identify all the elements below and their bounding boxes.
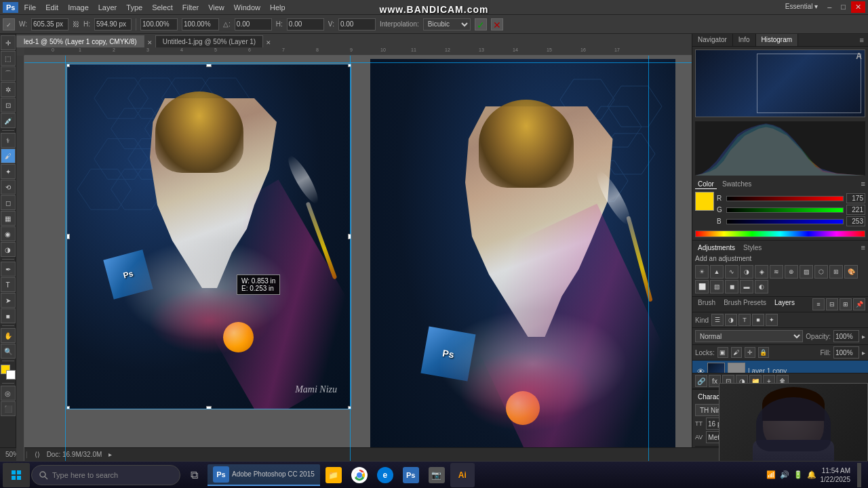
adj-levels[interactable]: ▲	[710, 265, 724, 279]
adj-curves[interactable]: ∿	[725, 265, 738, 279]
transform-checkbox[interactable]: ✓	[3, 18, 15, 30]
color-panel-menu[interactable]: ≡	[861, 180, 865, 189]
layers-panel-pin[interactable]: 📌	[853, 298, 865, 310]
tab-info[interactable]: Info	[733, 34, 756, 46]
link-icon[interactable]: ⛓	[73, 20, 79, 28]
menu-edit[interactable]: Edit	[41, 2, 62, 13]
canvas-tab-2[interactable]: Untitled-1.jpg @ 50% (Layer 1)	[155, 35, 263, 47]
lasso-tool[interactable]: ⌒	[1, 66, 16, 81]
task-view-btn[interactable]: ⧉	[182, 463, 206, 487]
kind-smart-filter[interactable]: ✦	[766, 314, 778, 326]
adj-colorlookup[interactable]: 🎨	[844, 265, 858, 279]
tab-layers[interactable]: Layers	[772, 298, 797, 310]
dodge-tool[interactable]: ◑	[1, 242, 16, 257]
transform-tr[interactable]	[348, 64, 351, 67]
layer-visibility-1-copy[interactable]: 👁	[695, 366, 706, 373]
clone-tool[interactable]: ✦	[1, 164, 16, 179]
width-input[interactable]	[31, 18, 68, 30]
type-tool[interactable]: T	[1, 277, 16, 292]
network-icon[interactable]: 📶	[766, 470, 776, 479]
layer-item-1-copy[interactable]: 👁 Layer 1 copy	[692, 361, 868, 373]
g-slider[interactable]	[726, 207, 844, 213]
color-swatch-fg[interactable]	[695, 192, 714, 211]
zoom-tool[interactable]: 🔍	[1, 344, 16, 359]
taskbar-search-bar[interactable]: Type here to search	[31, 465, 180, 485]
screen-mode-btn[interactable]: ⬛	[1, 401, 16, 416]
adj-gradient-map[interactable]: ▬	[740, 280, 753, 293]
ps-taskbar-item[interactable]: Ps Adobe Photoshop CC 2015	[208, 464, 320, 486]
ps-shortcut-icon[interactable]: Ps	[399, 463, 423, 487]
kind-adjust-filter[interactable]: ◑	[725, 314, 737, 326]
adj-channelmixer[interactable]: ⊞	[829, 265, 843, 279]
transform-bc[interactable]	[206, 406, 212, 409]
v-input[interactable]	[338, 18, 376, 30]
shape-tool[interactable]: ■	[1, 308, 16, 323]
start-button[interactable]	[3, 463, 30, 487]
transform-bl[interactable]	[66, 406, 70, 409]
lock-transparent[interactable]: ▣	[717, 347, 728, 358]
battery-icon[interactable]: 🔋	[793, 470, 803, 479]
adj-invert[interactable]: ⬜	[695, 280, 709, 293]
ai-label[interactable]: Ai	[450, 463, 475, 487]
lock-position[interactable]: ✛	[745, 347, 755, 358]
menu-filter[interactable]: Filter	[178, 2, 203, 13]
tab-navigator[interactable]: Navigator	[692, 34, 733, 46]
gradient-tool[interactable]: ▦	[1, 211, 16, 226]
fill-input[interactable]	[833, 346, 859, 359]
volume-icon[interactable]: 🔊	[780, 470, 789, 479]
file-explorer-icon[interactable]: 📁	[321, 463, 346, 487]
adj-panel-menu[interactable]: ≡	[861, 243, 865, 252]
adj-threshold[interactable]: ◼	[725, 280, 738, 293]
lock-image[interactable]: 🖌	[731, 347, 742, 358]
adj-hsl[interactable]: ≋	[770, 265, 783, 279]
spot-heal-tool[interactable]: ⚕	[1, 133, 16, 148]
adj-selective-color[interactable]: ◐	[755, 280, 768, 293]
history-tool[interactable]: ⟲	[1, 180, 16, 195]
transform-mr[interactable]	[348, 234, 351, 239]
canvas-tab-close-2[interactable]: ✕	[263, 38, 274, 47]
tab-color[interactable]: Color	[695, 180, 717, 189]
canvas-tab-close-1[interactable]: ✕	[144, 38, 155, 47]
kind-type-filter[interactable]: T	[738, 314, 751, 326]
r-slider[interactable]	[726, 196, 844, 201]
chrome-icon[interactable]	[347, 463, 372, 487]
brush-tool[interactable]: 🖌	[1, 148, 16, 163]
percent-input2[interactable]	[182, 18, 219, 30]
menu-help[interactable]: Help	[266, 2, 290, 13]
opacity-arrow[interactable]: ▸	[862, 333, 865, 340]
marquee-tool[interactable]: ⬚	[1, 51, 16, 66]
h-input[interactable]	[287, 18, 324, 30]
menu-file[interactable]: File	[20, 2, 40, 13]
time-display[interactable]: 11:54 AM 1/22/2025	[821, 466, 851, 484]
left-canvas[interactable]: Ps	[66, 64, 351, 409]
layer-link-btn[interactable]: 🔗	[695, 375, 707, 387]
move-tool[interactable]: ✛	[1, 35, 16, 50]
layers-panel-menu[interactable]: ≡	[812, 298, 825, 310]
pen-tool[interactable]: ✒	[1, 262, 16, 277]
color-swatches[interactable]	[1, 365, 16, 380]
tab-adjustments[interactable]: Adjustments	[695, 243, 738, 252]
tab-brush-presets[interactable]: Brush Presets	[721, 298, 769, 310]
background-color[interactable]	[6, 370, 16, 380]
color-spectrum[interactable]	[695, 230, 865, 237]
navigator-preview[interactable]: A	[695, 49, 865, 117]
canvas-area[interactable]: led-1 @ 50% (Layer 1 copy, CMYK/8) ✕ Unt…	[16, 34, 692, 461]
tab-styles[interactable]: Styles	[741, 243, 764, 252]
notification-icon[interactable]: 🔔	[807, 470, 816, 479]
menu-window[interactable]: Window	[230, 2, 264, 13]
adj-brightness[interactable]: ☀	[695, 265, 709, 279]
r-value[interactable]	[846, 193, 865, 203]
eraser-tool[interactable]: ◻	[1, 195, 16, 210]
quick-mask-btn[interactable]: ◎	[1, 386, 16, 401]
opacity-input[interactable]	[833, 330, 859, 342]
interpolation-select[interactable]: Bicubic	[423, 18, 471, 30]
panel-options-icon[interactable]: ≡	[856, 34, 868, 46]
lock-all[interactable]: 🔒	[758, 347, 769, 358]
ps-logo[interactable]: Ps	[3, 2, 18, 13]
camera-icon[interactable]: 📷	[425, 463, 449, 487]
menu-image[interactable]: Image	[64, 2, 93, 13]
right-canvas[interactable]: Ps Mami Nizu	[370, 59, 675, 461]
angle-input[interactable]	[235, 18, 272, 30]
g-value[interactable]	[846, 205, 865, 215]
window-close[interactable]: ✕	[851, 1, 865, 13]
